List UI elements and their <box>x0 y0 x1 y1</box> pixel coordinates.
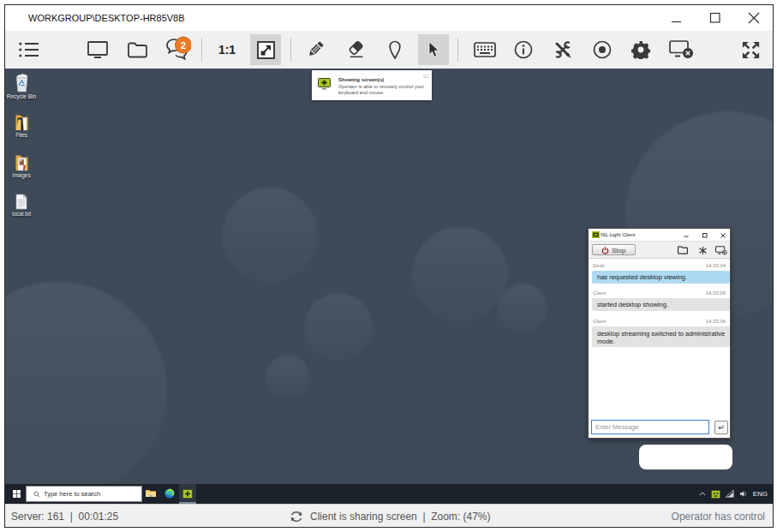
svg-text:2: 2 <box>181 40 186 51</box>
